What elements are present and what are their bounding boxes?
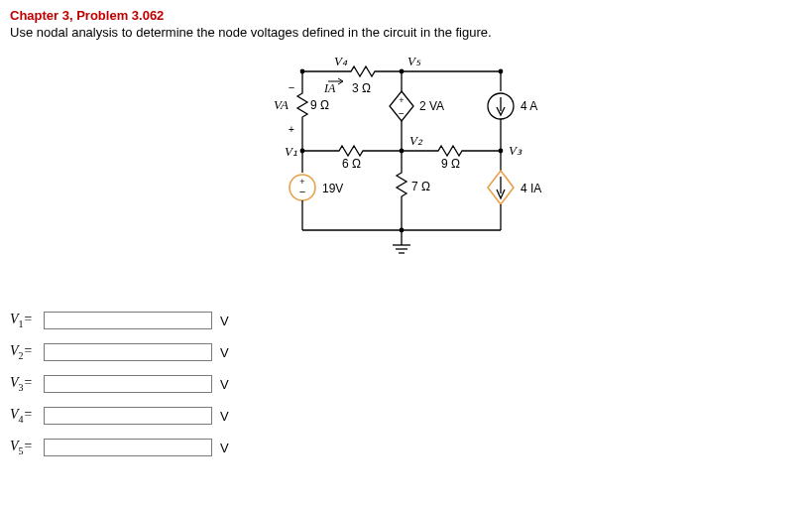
answer-unit: V (220, 377, 229, 392)
svg-text:−: − (288, 81, 293, 93)
label-v3: V₃ (509, 143, 522, 158)
svg-text:−: − (399, 108, 405, 119)
answer-label-v4: V4= (10, 407, 44, 425)
answer-unit: V (220, 345, 229, 360)
answer-block: V1= V V2= V V3= V V4= V V5= V (10, 310, 802, 458)
svg-text:−: − (298, 186, 304, 197)
label-v5: V₅ (407, 54, 421, 68)
answer-input-v3[interactable] (44, 375, 212, 393)
problem-statement: Use nodal analysis to determine the node… (10, 25, 802, 40)
label-r9b: 9 Ω (441, 157, 460, 171)
answer-unit: V (220, 314, 229, 328)
answer-unit: V (220, 441, 229, 455)
answer-row-v4: V4= V (10, 405, 802, 427)
chapter-title: Chapter 3, Problem 3.062 (10, 8, 802, 23)
answer-row-v2: V2= V (10, 341, 802, 363)
label-v1: V₁ (285, 144, 297, 159)
answer-input-v2[interactable] (44, 343, 212, 361)
answer-input-v5[interactable] (44, 439, 212, 456)
label-r3: 3 Ω (352, 81, 371, 95)
label-va: VA (274, 97, 289, 112)
label-r7: 7 Ω (411, 180, 430, 193)
label-v4: V₄ (334, 54, 348, 68)
label-4a: 4 A (521, 99, 537, 113)
answer-label-v1: V1= (10, 312, 44, 329)
answer-row-v3: V3= V (10, 373, 802, 395)
label-r6: 6 Ω (342, 157, 361, 171)
svg-text:+: + (399, 95, 404, 105)
label-depi: 4 IA (521, 182, 541, 195)
answer-input-v4[interactable] (44, 407, 212, 425)
answer-row-v1: V1= V (10, 310, 802, 331)
answer-row-v5: V5= V (10, 437, 802, 458)
circuit-diagram: + − + − − + V₄ V₅ IA 3 Ω (10, 52, 802, 280)
label-depv: 2 VA (419, 99, 444, 113)
label-ia: IA (323, 81, 336, 95)
answer-input-v1[interactable] (44, 312, 212, 329)
label-v2: V₂ (409, 133, 423, 148)
answer-unit: V (220, 409, 229, 424)
label-r9: 9 Ω (310, 98, 329, 112)
answer-label-v2: V2= (10, 343, 44, 361)
answer-label-v5: V5= (10, 439, 44, 456)
answer-label-v3: V3= (10, 375, 44, 393)
label-19v: 19V (322, 182, 343, 195)
svg-text:+: + (289, 124, 294, 135)
